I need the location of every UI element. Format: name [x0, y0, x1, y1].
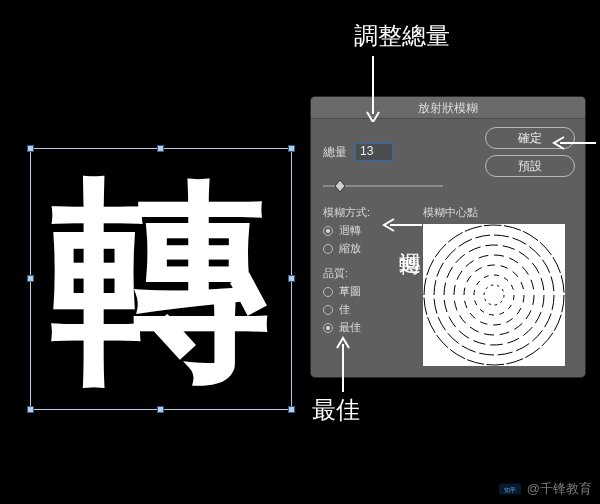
transform-handle-bottom-right[interactable] [288, 406, 295, 413]
watermark: 知乎 @千锋教育 [499, 480, 592, 498]
transform-handle-mid-right[interactable] [288, 275, 295, 282]
canvas-selection[interactable]: 轉 [38, 156, 284, 402]
arrow-down-icon [365, 56, 381, 122]
transform-handle-mid-left[interactable] [27, 275, 34, 282]
svg-text:知乎: 知乎 [504, 487, 516, 493]
amount-label: 總量 [323, 144, 347, 161]
preset-button[interactable]: 預設 [485, 155, 575, 177]
arrow-left-icon [552, 136, 596, 150]
radio-icon [323, 305, 333, 315]
method-zoom-radio[interactable]: 縮放 [323, 241, 415, 256]
annotation-best-quality: 最佳 [312, 394, 360, 426]
quality-good-label: 佳 [339, 302, 350, 317]
quality-best-radio[interactable]: 最佳 [323, 320, 415, 335]
quality-draft-label: 草圖 [339, 284, 361, 299]
radio-icon [323, 287, 333, 297]
quality-group-label: 品質: [323, 266, 415, 281]
radio-icon [323, 244, 333, 254]
method-zoom-label: 縮放 [339, 241, 361, 256]
amount-input[interactable]: 13 [355, 143, 393, 161]
transform-handle-top-right[interactable] [288, 145, 295, 152]
radio-icon [323, 323, 333, 333]
quality-draft-radio[interactable]: 草圖 [323, 284, 415, 299]
amount-slider[interactable] [323, 179, 443, 193]
method-spin-label: 迴轉 [339, 223, 361, 238]
radial-blur-dialog[interactable]: 放射狀模糊 總量 13 確定 預設 模糊方式: [310, 96, 586, 378]
transform-bounding-box[interactable] [30, 148, 292, 410]
amount-slider-thumb[interactable] [335, 180, 345, 192]
transform-handle-top-left[interactable] [27, 145, 34, 152]
blur-center-preview[interactable] [423, 224, 565, 366]
arrow-up-icon [336, 336, 350, 392]
arrow-left-icon [382, 218, 422, 232]
blur-center-label: 模糊中心點 [423, 205, 575, 220]
quality-good-radio[interactable]: 佳 [323, 302, 415, 317]
dialog-title: 放射狀模糊 [311, 97, 585, 119]
radio-icon [323, 226, 333, 236]
transform-handle-top-mid[interactable] [157, 145, 164, 152]
zhihu-logo-icon: 知乎 [499, 483, 521, 495]
transform-handle-bottom-left[interactable] [27, 406, 34, 413]
transform-handle-bottom-mid[interactable] [157, 406, 164, 413]
annotation-adjust-amount: 調整總量 [354, 20, 450, 52]
annotation-spin-method: 迴轉 [395, 234, 425, 238]
watermark-author: @千锋教育 [527, 480, 592, 498]
quality-best-label: 最佳 [339, 320, 361, 335]
